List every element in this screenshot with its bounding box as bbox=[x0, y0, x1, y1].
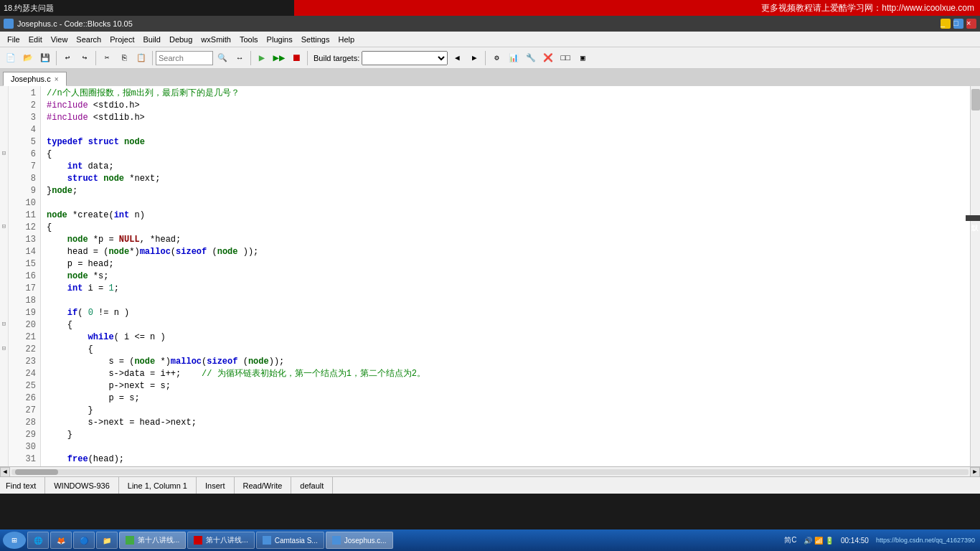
tb-extra6[interactable]: ▣ bbox=[575, 50, 590, 66]
scrollbar-thumb[interactable] bbox=[971, 89, 980, 110]
minimize-button[interactable]: _ bbox=[941, 19, 951, 29]
status-rw: Read/Write bbox=[235, 477, 292, 494]
taskbar-item4[interactable]: Josephus.c... bbox=[326, 532, 393, 549]
fold-spacer bbox=[0, 110, 8, 123]
search-input[interactable] bbox=[156, 51, 213, 65]
tb-extra3[interactable]: 🔧 bbox=[523, 50, 539, 66]
run-button[interactable]: ▶▶ bbox=[271, 50, 287, 66]
taskbar-quicklaunch1[interactable]: 🌐 bbox=[27, 532, 49, 549]
line-number: 6 bbox=[9, 149, 40, 161]
app-icon bbox=[4, 19, 14, 29]
code-area[interactable]: //n个人围圈报数，报m出列，最后剩下的是几号？#include <stdio.… bbox=[41, 86, 970, 466]
fold-icon[interactable]: ⊟ bbox=[0, 318, 8, 330]
code-line: free(head); bbox=[47, 453, 964, 466]
status-mode: Insert bbox=[197, 477, 235, 494]
redo-button[interactable]: ↪ bbox=[77, 50, 93, 66]
line-number: 31 bbox=[9, 453, 40, 466]
menu-project[interactable]: Project bbox=[105, 34, 138, 45]
menu-search[interactable]: Search bbox=[72, 34, 105, 45]
status-encoding: WINDOWS-936 bbox=[45, 477, 119, 494]
banner-right: 更多视频教程请上爱酷学习网：http://www.icoolxue.com bbox=[755, 1, 980, 16]
tb-extra4[interactable]: ❌ bbox=[540, 50, 556, 66]
code-line: #include <stdlib.h> bbox=[47, 112, 964, 124]
fold-spacer bbox=[0, 245, 8, 257]
fold-spacer bbox=[0, 184, 8, 196]
search-button[interactable]: 🔍 bbox=[215, 50, 230, 66]
tray-lang[interactable]: 简C bbox=[782, 535, 798, 545]
fold-icon[interactable]: ⊟ bbox=[0, 220, 8, 232]
code-line: int i = 1; bbox=[47, 283, 964, 295]
fold-icon[interactable]: ⊟ bbox=[0, 342, 8, 354]
line-number: 11 bbox=[9, 209, 40, 222]
menu-help[interactable]: Help bbox=[334, 34, 359, 45]
paste-button[interactable]: 📋 bbox=[133, 50, 149, 66]
tb-extra5[interactable]: □□ bbox=[557, 50, 573, 66]
tab-close[interactable]: × bbox=[55, 75, 59, 83]
menu-plugins[interactable]: Plugins bbox=[263, 34, 297, 45]
start-button[interactable]: ⊞ bbox=[3, 532, 26, 549]
code-line: if( 0 != n ) bbox=[47, 307, 964, 319]
scrollbar-horizontal[interactable]: ◀ ▶ bbox=[0, 466, 980, 476]
hscroll-thumb[interactable] bbox=[15, 469, 58, 475]
line-numbers: 1234567891011121314151617181920212223242… bbox=[9, 86, 41, 466]
build-prev-button[interactable]: ◀ bbox=[449, 50, 465, 66]
code-line: #include <stdio.h> bbox=[47, 100, 964, 112]
fold-icon[interactable]: ⊟ bbox=[0, 147, 8, 159]
window-title: Josephus.c - Code::Blocks 10.05 bbox=[17, 19, 133, 28]
tab-josephus[interactable]: Josephus.c × bbox=[3, 72, 67, 86]
fold-spacer bbox=[0, 415, 8, 428]
menu-tools[interactable]: Tools bbox=[235, 34, 263, 45]
menu-build[interactable]: Build bbox=[138, 34, 164, 45]
taskbar-quicklaunch2[interactable]: 🦊 bbox=[50, 532, 72, 549]
toolbar-sep6 bbox=[485, 51, 486, 65]
build-next-button[interactable]: ▶ bbox=[466, 50, 482, 66]
menu-wxsmith[interactable]: wxSmith bbox=[197, 34, 235, 45]
fold-spacer bbox=[0, 464, 8, 476]
line-number: 5 bbox=[9, 136, 40, 149]
fold-spacer bbox=[0, 171, 8, 184]
fold-spacer bbox=[0, 123, 8, 135]
menu-file[interactable]: File bbox=[3, 34, 24, 45]
fold-spacer bbox=[0, 159, 8, 171]
taskbar-item3[interactable]: Camtasia S... bbox=[256, 532, 324, 549]
code-line: node *s; bbox=[47, 270, 964, 283]
line-number: 27 bbox=[9, 405, 40, 417]
sidebar-right-label[interactable]: 默认 bbox=[966, 215, 980, 221]
search-replace-button[interactable]: ↔ bbox=[232, 50, 248, 66]
toolbar-sep1 bbox=[56, 51, 57, 65]
undo-button[interactable]: ↩ bbox=[60, 50, 75, 66]
fold-spacer bbox=[0, 403, 8, 415]
line-number: 8 bbox=[9, 173, 40, 185]
menu-view[interactable]: View bbox=[47, 34, 72, 45]
status-find: Find text bbox=[6, 477, 45, 494]
build-target-select[interactable] bbox=[362, 51, 448, 65]
new-button[interactable]: 📄 bbox=[3, 50, 19, 66]
menu-settings[interactable]: Settings bbox=[297, 34, 334, 45]
cut-button[interactable]: ✂ bbox=[99, 50, 115, 66]
fold-spacer bbox=[0, 196, 8, 208]
menu-edit[interactable]: Edit bbox=[24, 34, 47, 45]
tb-extra2[interactable]: 📊 bbox=[506, 50, 522, 66]
copy-button[interactable]: ⎘ bbox=[116, 50, 132, 66]
stop-button[interactable]: ⏹ bbox=[288, 50, 304, 66]
save-button[interactable]: 💾 bbox=[37, 50, 53, 66]
taskbar-quicklaunch3[interactable]: 🔵 bbox=[73, 532, 95, 549]
scrollbar-vertical[interactable] bbox=[970, 86, 980, 466]
tb-extra1[interactable]: ⚙ bbox=[489, 50, 504, 66]
build-button[interactable]: ▶ bbox=[254, 50, 270, 66]
taskbar-item1[interactable]: 第十八讲线... bbox=[119, 532, 186, 549]
code-line: { bbox=[47, 149, 964, 161]
close-button[interactable]: × bbox=[966, 19, 976, 29]
taskbar-quicklaunch4[interactable]: 📁 bbox=[96, 532, 118, 549]
open-button[interactable]: 📂 bbox=[20, 50, 36, 66]
maximize-button[interactable]: □ bbox=[953, 19, 963, 29]
menu-debug[interactable]: Debug bbox=[165, 34, 197, 45]
code-line: { bbox=[47, 344, 964, 356]
fold-spacer bbox=[0, 379, 8, 391]
hscroll-right[interactable]: ▶ bbox=[970, 467, 980, 477]
code-line bbox=[47, 124, 964, 136]
line-number: 23 bbox=[9, 356, 40, 368]
taskbar-item2[interactable]: 第十八讲线... bbox=[187, 532, 254, 549]
line-number: 32 bbox=[9, 466, 40, 466]
build-target-label: Build targets: bbox=[314, 54, 359, 62]
